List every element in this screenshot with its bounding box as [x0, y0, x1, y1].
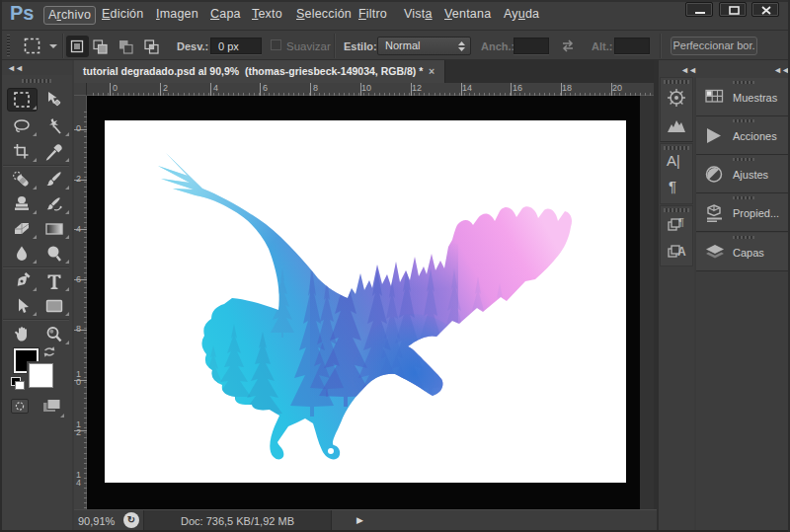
svg-text:¶: ¶ — [678, 216, 684, 228]
svg-text:A: A — [677, 245, 686, 259]
